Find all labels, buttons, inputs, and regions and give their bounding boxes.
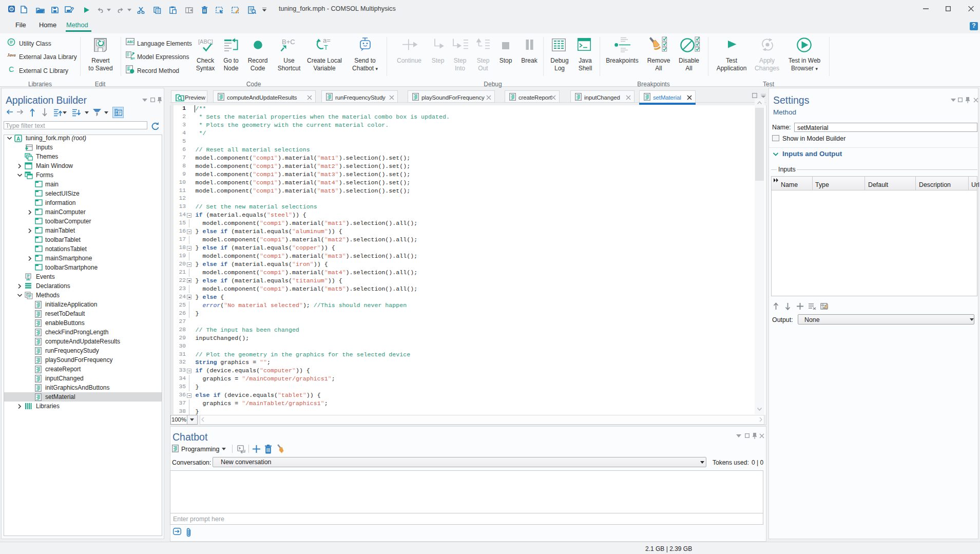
svg-text:a=: a=	[323, 37, 331, 44]
svg-text:C: C	[9, 65, 14, 73]
svg-text:a=: a=	[131, 56, 135, 60]
svg-text:Java: Java	[7, 52, 16, 58]
svg-text:A: A	[16, 136, 20, 142]
svg-text:B+C: B+C	[282, 38, 295, 46]
svg-text:ABC: ABC	[127, 40, 134, 44]
svg-text:T: T	[324, 44, 328, 51]
